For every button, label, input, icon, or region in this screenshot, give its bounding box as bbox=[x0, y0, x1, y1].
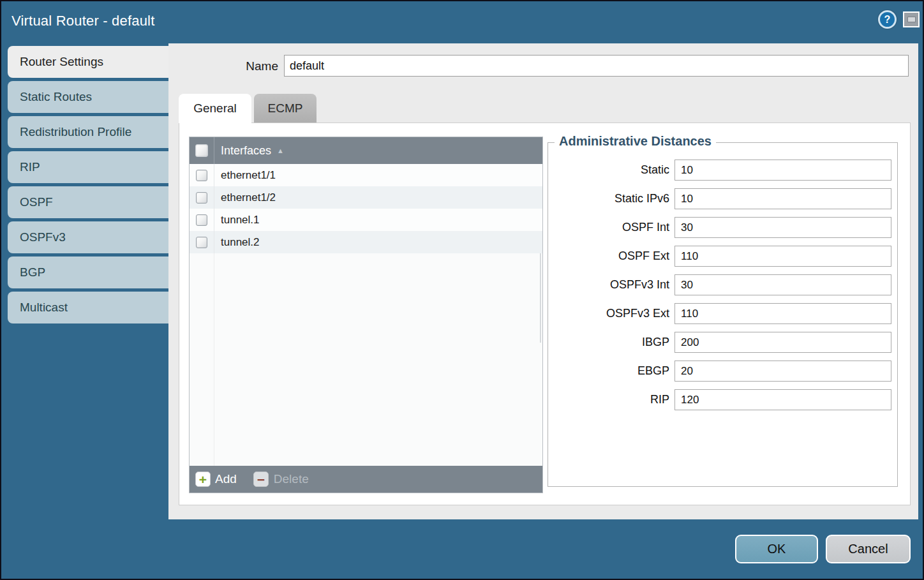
row-checkbox-cell bbox=[190, 192, 214, 204]
rip-label: RIP bbox=[548, 393, 669, 406]
field-row-static-ipv6: Static IPv6 bbox=[548, 188, 897, 209]
sidebar-item-label: Static Routes bbox=[20, 90, 92, 104]
static-input[interactable] bbox=[674, 160, 891, 181]
sidebar-item-ospfv3[interactable]: OSPFv3 bbox=[8, 221, 169, 253]
ospf-ext-input[interactable] bbox=[674, 246, 891, 267]
interface-name: ethernet1/1 bbox=[214, 164, 542, 186]
row-checkbox-cell bbox=[190, 170, 214, 181]
interface-name: ethernet1/2 bbox=[214, 186, 542, 209]
interface-name: tunnel.1 bbox=[214, 209, 542, 231]
table-row[interactable]: ethernet1/1 bbox=[190, 164, 542, 186]
delete-button-label: Delete bbox=[274, 472, 309, 486]
name-input[interactable] bbox=[284, 55, 909, 77]
sidebar-item-label: OSPFv3 bbox=[20, 230, 66, 244]
ok-button[interactable]: OK bbox=[735, 535, 818, 563]
sidebar-item-router-settings[interactable]: Router Settings bbox=[8, 46, 169, 78]
ospfv3-ext-label: OSPFv3 Ext bbox=[548, 307, 669, 320]
ospfv3-ext-input[interactable] bbox=[674, 303, 891, 324]
interface-name: tunnel.2 bbox=[214, 231, 542, 253]
tab-ecmp[interactable]: ECMP bbox=[254, 94, 317, 123]
row-checkbox-cell bbox=[190, 214, 214, 226]
help-icon[interactable]: ? bbox=[878, 10, 897, 29]
table-row[interactable]: tunnel.2 bbox=[190, 231, 542, 253]
sidebar-item-label: RIP bbox=[20, 160, 40, 174]
help-icon-glyph: ? bbox=[884, 14, 891, 26]
field-row-ospf-int: OSPF Int bbox=[548, 217, 897, 238]
ebgp-input[interactable] bbox=[674, 361, 891, 382]
sidebar-item-label: Multicast bbox=[20, 301, 68, 315]
static-ipv6-label: Static IPv6 bbox=[548, 192, 669, 205]
sidebar-item-ospf[interactable]: OSPF bbox=[8, 186, 169, 218]
table-scrollbar[interactable] bbox=[540, 253, 541, 343]
sidebar-item-rip[interactable]: RIP bbox=[8, 151, 169, 183]
field-row-rip: RIP bbox=[548, 389, 897, 410]
fieldset-legend: Administrative Distances bbox=[555, 134, 716, 149]
field-row-ospfv3-int: OSPFv3 Int bbox=[548, 274, 897, 295]
select-all-checkbox[interactable] bbox=[195, 144, 208, 157]
window-restore-icon-inner bbox=[907, 17, 916, 22]
ibgp-label: IBGP bbox=[548, 336, 669, 349]
interfaces-table: Interfaces ▲ ethernet1/1 ethernet1/2 bbox=[189, 137, 543, 493]
field-row-ospf-ext: OSPF Ext bbox=[548, 246, 897, 267]
sort-ascending-icon: ▲ bbox=[277, 147, 284, 154]
ospfv3-int-label: OSPFv3 Int bbox=[548, 278, 669, 292]
sidebar-item-label: BGP bbox=[20, 265, 45, 279]
cancel-button[interactable]: Cancel bbox=[826, 535, 911, 563]
tab-ecmp-label: ECMP bbox=[268, 101, 303, 115]
main-panel: Name General ECMP Interfaces ▲ ethe bbox=[168, 43, 918, 519]
plus-icon: + bbox=[195, 472, 211, 487]
add-button-label: Add bbox=[215, 472, 237, 486]
sidebar-item-static-routes[interactable]: Static Routes bbox=[8, 81, 169, 113]
row-checkbox[interactable] bbox=[196, 214, 207, 226]
row-checkbox[interactable] bbox=[196, 237, 207, 248]
row-checkbox[interactable] bbox=[196, 170, 207, 181]
tab-general[interactable]: General bbox=[179, 94, 251, 123]
dialog-title: Virtual Router - default bbox=[11, 13, 155, 29]
cancel-button-label: Cancel bbox=[848, 542, 888, 556]
column-separator bbox=[214, 253, 214, 466]
field-row-static: Static bbox=[548, 160, 897, 181]
minus-icon: − bbox=[253, 472, 269, 487]
ok-button-label: OK bbox=[768, 542, 786, 556]
static-ipv6-input[interactable] bbox=[674, 188, 891, 209]
ospf-ext-label: OSPF Ext bbox=[548, 249, 669, 263]
window-restore-icon[interactable] bbox=[903, 11, 920, 27]
field-row-ebgp: EBGP bbox=[548, 361, 897, 382]
delete-button[interactable]: − Delete bbox=[253, 472, 309, 487]
ospf-int-input[interactable] bbox=[674, 217, 891, 238]
static-label: Static bbox=[548, 163, 669, 177]
interfaces-table-header[interactable]: Interfaces ▲ bbox=[190, 137, 542, 164]
ibgp-input[interactable] bbox=[674, 332, 891, 353]
sidebar-item-label: OSPF bbox=[20, 195, 53, 209]
tab-general-label: General bbox=[193, 101, 237, 115]
title-bar: Virtual Router - default ? bbox=[1, 1, 923, 43]
field-row-ibgp: IBGP bbox=[548, 332, 897, 353]
table-empty-area bbox=[190, 253, 542, 466]
ospf-int-label: OSPF Int bbox=[548, 221, 669, 234]
sidebar-item-label: Router Settings bbox=[20, 55, 103, 69]
admin-distance-fields: Static Static IPv6 OSPF Int OSPF Ext OSP… bbox=[548, 160, 897, 410]
interfaces-column-label: Interfaces bbox=[221, 144, 271, 158]
row-checkbox-cell bbox=[190, 237, 214, 248]
sidebar-item-bgp[interactable]: BGP bbox=[8, 257, 169, 288]
sidebar: Router Settings Static Routes Redistribu… bbox=[8, 46, 169, 327]
sidebar-item-multicast[interactable]: Multicast bbox=[8, 292, 169, 323]
field-row-ospfv3-ext: OSPFv3 Ext bbox=[548, 303, 897, 324]
administrative-distances-fieldset: Administrative Distances Static Static I… bbox=[548, 142, 898, 487]
general-tab-content: Interfaces ▲ ethernet1/1 ethernet1/2 bbox=[179, 123, 911, 505]
table-row[interactable]: ethernet1/2 bbox=[190, 186, 542, 209]
sidebar-item-label: Redistribution Profile bbox=[20, 125, 131, 139]
add-button[interactable]: + Add bbox=[195, 472, 237, 487]
header-checkbox-cell bbox=[190, 144, 214, 157]
row-checkbox[interactable] bbox=[196, 192, 207, 204]
virtual-router-dialog: { "titlebar": { "title": "Virtual Router… bbox=[0, 0, 924, 580]
ospfv3-int-input[interactable] bbox=[674, 274, 891, 295]
table-footer: + Add − Delete bbox=[190, 466, 542, 493]
rip-input[interactable] bbox=[674, 389, 891, 410]
name-label: Name bbox=[168, 56, 278, 77]
table-row[interactable]: tunnel.1 bbox=[190, 209, 542, 231]
sidebar-item-redistribution-profile[interactable]: Redistribution Profile bbox=[8, 116, 169, 148]
interfaces-column-header[interactable]: Interfaces ▲ bbox=[214, 137, 542, 164]
ebgp-label: EBGP bbox=[548, 364, 669, 378]
